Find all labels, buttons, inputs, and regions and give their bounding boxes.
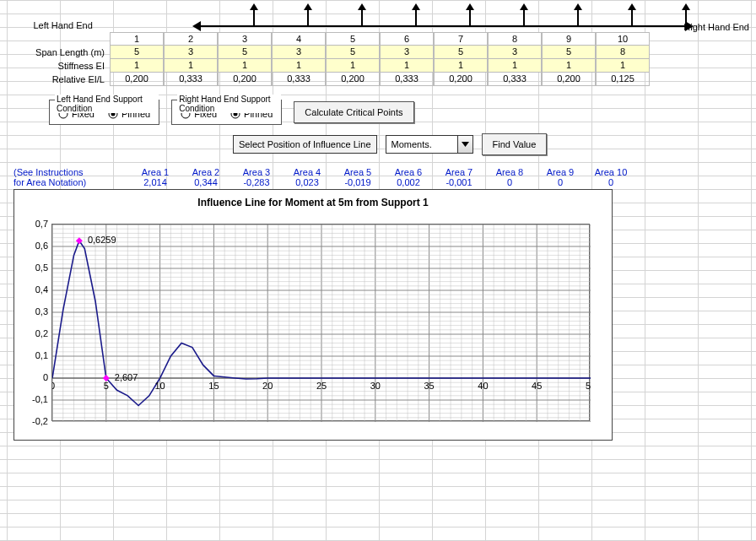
- cell: 5: [326, 32, 380, 46]
- svg-text:45: 45: [532, 381, 542, 391]
- area-note-2: for Area Notation): [14, 177, 130, 187]
- y-tick-label: 0,7: [26, 219, 48, 229]
- beam-left-arrow-icon: [192, 21, 201, 31]
- il-type-combo[interactable]: Moments.: [386, 135, 473, 154]
- support-arrow-icon: [577, 8, 579, 27]
- cell[interactable]: 1: [218, 59, 272, 73]
- svg-text:50: 50: [586, 381, 591, 391]
- area-header: Area 7: [434, 167, 484, 177]
- span-length-row[interactable]: 5353535358: [110, 46, 650, 59]
- cell[interactable]: 8: [596, 46, 650, 59]
- right-support-group: Right Hand End Support Condition Fixed P…: [171, 100, 282, 125]
- cell: 7: [434, 32, 488, 46]
- cell[interactable]: 5: [218, 46, 272, 59]
- chevron-down-icon[interactable]: [457, 136, 472, 153]
- y-tick-label: 0,1: [26, 350, 48, 360]
- area-header: Area 3: [231, 167, 282, 177]
- cell: 6: [380, 32, 434, 46]
- cell[interactable]: 1: [542, 59, 596, 73]
- y-tick-label: 0: [26, 372, 48, 382]
- stiffness-label: Stiffness EI: [7, 61, 110, 71]
- cell[interactable]: 1: [488, 59, 542, 73]
- svg-text:25: 25: [316, 381, 327, 391]
- select-il-label: Select Position of Influence Line: [233, 135, 377, 154]
- relative-eil-label: Relative EI/L: [7, 74, 110, 84]
- cell: 10: [596, 32, 650, 46]
- stiffness-row[interactable]: 1111111111: [110, 59, 650, 73]
- svg-text:30: 30: [370, 381, 381, 391]
- svg-marker-6: [462, 142, 469, 147]
- cell: 0,200: [542, 73, 596, 86]
- cell[interactable]: 1: [164, 59, 218, 73]
- area-header: Area 5: [332, 167, 383, 177]
- cell: 0,200: [326, 73, 380, 86]
- find-value-button[interactable]: Find Value: [482, 133, 548, 155]
- cell: 0,333: [380, 73, 434, 86]
- support-arrow-icon: [307, 8, 309, 27]
- cell[interactable]: 3: [272, 46, 326, 59]
- relative-eil-row: 0,2000,3330,2000,3330,2000,3330,2000,333…: [110, 73, 650, 86]
- area-value: 0: [535, 177, 586, 187]
- cell[interactable]: 1: [326, 59, 380, 73]
- cell[interactable]: 1: [272, 59, 326, 73]
- cell[interactable]: 5: [326, 46, 380, 59]
- area-value: 2,014: [130, 177, 181, 187]
- cell: 0,333: [488, 73, 542, 86]
- cell: 8: [488, 32, 542, 46]
- svg-text:0: 0: [52, 381, 55, 391]
- support-arrow-icon: [415, 8, 417, 27]
- area-header: Area 8: [484, 167, 535, 177]
- support-arrow-icon: [685, 8, 687, 27]
- calculate-button[interactable]: Calculate Critical Points: [294, 101, 413, 123]
- svg-text:0,6259: 0,6259: [88, 235, 116, 245]
- y-tick-label: 0,3: [26, 306, 48, 316]
- cell[interactable]: 1: [596, 59, 650, 73]
- cell[interactable]: 3: [164, 46, 218, 59]
- beam-right-arrow-icon: [685, 21, 694, 31]
- area-table: (See Instructions Area 1Area 2Area 3Area…: [14, 167, 749, 187]
- span-length-label: Span Length (m): [7, 47, 110, 57]
- right-support-legend: Right Hand End Support Condition: [177, 95, 281, 113]
- area-header: Area 6: [383, 167, 434, 177]
- svg-text:5: 5: [104, 381, 109, 391]
- cell: 0,200: [110, 73, 164, 86]
- y-tick-label: 0,5: [26, 262, 48, 273]
- cell[interactable]: 1: [110, 59, 164, 73]
- support-arrow-icon: [631, 8, 633, 27]
- area-value: 0,002: [383, 177, 434, 187]
- cell[interactable]: 3: [488, 46, 542, 59]
- svg-text:35: 35: [424, 381, 434, 391]
- cell: 3: [218, 32, 272, 46]
- support-arrow-icon: [253, 8, 255, 27]
- cell[interactable]: 3: [380, 46, 434, 59]
- area-value: 0: [586, 177, 636, 187]
- svg-text:2,607: 2,607: [115, 372, 138, 382]
- left-support-group: Left Hand End Support Condition Fixed Pi…: [49, 100, 159, 125]
- y-tick-label: -0,1: [26, 394, 48, 404]
- area-header: Area 9: [535, 167, 586, 177]
- svg-text:15: 15: [208, 381, 219, 391]
- cell[interactable]: 1: [434, 59, 488, 73]
- cell[interactable]: 1: [380, 59, 434, 73]
- y-tick-label: -0,2: [26, 416, 48, 426]
- area-note-1: (See Instructions: [14, 167, 130, 177]
- cell: 0,333: [164, 73, 218, 86]
- cell: 0,200: [434, 73, 488, 86]
- cell: 1: [110, 32, 164, 46]
- area-header: Area 2: [181, 167, 231, 177]
- influence-line-chart: Influence Line for Moment at 5m from Sup…: [14, 189, 613, 441]
- cell[interactable]: 5: [542, 46, 596, 59]
- area-value: 0: [484, 177, 535, 187]
- support-arrow-icon: [523, 8, 525, 27]
- area-header: Area 4: [282, 167, 332, 177]
- beam-diagram: [201, 5, 681, 32]
- cell: 0,125: [596, 73, 650, 86]
- cell[interactable]: 5: [434, 46, 488, 59]
- left-hand-end-label: Left Hand End: [7, 20, 98, 32]
- cell[interactable]: 5: [110, 46, 164, 59]
- area-value: 0,344: [181, 177, 231, 187]
- cell: 0,200: [218, 73, 272, 86]
- svg-text:10: 10: [154, 381, 165, 391]
- svg-text:20: 20: [262, 381, 273, 391]
- y-tick-label: 0,6: [26, 241, 48, 251]
